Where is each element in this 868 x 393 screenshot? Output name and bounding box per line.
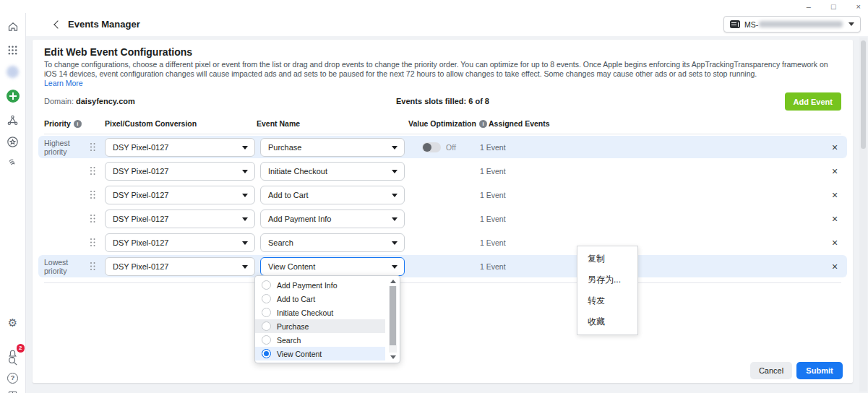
event-row-search: DSY Pixel-0127 Search 1 Event ×	[38, 231, 847, 254]
learn-more-link[interactable]: Learn More	[44, 79, 83, 87]
event-select-value: Search	[268, 238, 293, 247]
config-card: Edit Web Event Configurations To change …	[33, 40, 853, 383]
option-label: Add Payment Info	[277, 281, 337, 290]
window-minimize-icon[interactable]: –	[807, 1, 811, 12]
page-scrollbar[interactable]	[859, 38, 867, 392]
event-name-select[interactable]: Add to Cart	[260, 186, 405, 204]
chevron-down-icon	[242, 194, 248, 197]
info-icon[interactable]: i	[479, 120, 487, 128]
star-circle-icon[interactable]	[7, 135, 20, 148]
chevron-down-icon	[242, 146, 248, 150]
remove-row-button[interactable]: ×	[822, 237, 847, 249]
event-name-select[interactable]: Initiate Checkout	[260, 162, 405, 181]
event-name-select-open[interactable]: View Content	[260, 257, 405, 276]
value-optimization-toggle[interactable]	[422, 142, 441, 152]
pixel-select[interactable]: DSY Pixel-0127	[105, 257, 255, 276]
event-select-value: Add Payment Info	[268, 215, 331, 223]
option-label: Add to Cart	[277, 295, 315, 303]
radio-icon-selected	[262, 349, 271, 358]
chevron-down-icon	[392, 241, 398, 245]
pixel-select[interactable]: DSY Pixel-0127	[105, 210, 255, 228]
scroll-down-icon[interactable]	[390, 355, 396, 359]
chevron-down-icon	[242, 265, 248, 269]
event-name-select[interactable]: Search	[260, 233, 405, 252]
info-icon[interactable]: i	[74, 120, 82, 128]
home-icon[interactable]	[7, 20, 20, 33]
notification-badge: 2	[17, 344, 24, 353]
dropdown-option-initiate-checkout[interactable]: Initiate Checkout	[255, 306, 385, 319]
scroll-track[interactable]	[389, 286, 397, 353]
pixel-select-value: DSY Pixel-0127	[113, 262, 168, 271]
remove-row-button[interactable]: ×	[822, 189, 847, 201]
event-name-select[interactable]: Purchase	[260, 138, 405, 157]
header-assigned-events: Assigned Events	[489, 119, 550, 128]
pixel-select[interactable]: DSY Pixel-0127	[105, 138, 255, 157]
cancel-button[interactable]: Cancel	[750, 362, 792, 379]
pixel-select[interactable]: DSY Pixel-0127	[105, 233, 255, 252]
search-icon[interactable]	[7, 354, 20, 367]
option-label: Purchase	[277, 322, 309, 331]
pixel-select[interactable]: DSY Pixel-0127	[105, 186, 255, 204]
remove-row-button[interactable]: ×	[822, 213, 847, 225]
submit-button[interactable]: Submit	[796, 362, 843, 379]
app-window: – □ × ⚙ 2 ?	[0, 0, 868, 393]
add-event-button[interactable]: Add Event	[785, 92, 841, 111]
priority-label: Lowest priority	[44, 258, 90, 275]
pixel-select[interactable]: DSY Pixel-0127	[105, 162, 255, 181]
event-select-value: Purchase	[268, 143, 301, 152]
apps-grid-icon[interactable]	[7, 43, 20, 56]
context-menu-save-as[interactable]: 另存为...	[577, 269, 637, 290]
scroll-up-icon[interactable]	[390, 280, 396, 283]
radio-icon	[262, 321, 271, 331]
remove-row-button[interactable]: ×	[822, 142, 847, 153]
event-select-value: Add to Cart	[268, 191, 309, 199]
share-network-icon[interactable]	[7, 113, 20, 126]
create-plus-icon[interactable]	[7, 90, 20, 103]
pixel-select-value: DSY Pixel-0127	[113, 143, 168, 152]
help-icon[interactable]: ?	[7, 371, 20, 384]
account-selector[interactable]: MS-	[723, 16, 861, 33]
header-pixel: Pixel/Custom Conversion	[105, 119, 197, 128]
window-titlebar: – □ ×	[0, 0, 868, 13]
chevron-down-icon	[392, 194, 398, 197]
window-close-icon[interactable]: ×	[856, 1, 861, 12]
chevron-down-icon	[242, 241, 248, 245]
chevron-down-icon	[242, 217, 248, 221]
hands-icon[interactable]	[7, 155, 20, 168]
radio-icon	[262, 280, 271, 290]
pixel-select-value: DSY Pixel-0127	[113, 191, 168, 199]
dropdown-scrollbar[interactable]	[388, 278, 398, 360]
remove-row-button[interactable]: ×	[822, 261, 847, 272]
collapse-panel-icon[interactable]	[7, 388, 20, 393]
remove-row-button[interactable]: ×	[822, 165, 847, 177]
account-avatar-blurred[interactable]	[7, 65, 20, 78]
dropdown-option-search[interactable]: Search	[255, 333, 385, 347]
event-name-select[interactable]: Add Payment Info	[260, 210, 405, 228]
context-menu-forward[interactable]: 转发	[577, 290, 637, 311]
dropdown-option-add-payment-info[interactable]: Add Payment Info	[255, 278, 385, 292]
settings-gear-icon[interactable]: ⚙	[7, 316, 20, 329]
chevron-down-icon	[848, 22, 854, 26]
window-maximize-icon[interactable]: □	[831, 1, 836, 12]
context-menu-copy[interactable]: 复制	[577, 249, 637, 269]
option-label: View Content	[277, 350, 322, 358]
card-description: To change configurations, choose a diffe…	[44, 60, 841, 78]
scroll-thumb[interactable]	[390, 286, 396, 345]
context-menu-favorite[interactable]: 收藏	[577, 311, 637, 332]
pixel-select-value: DSY Pixel-0127	[113, 167, 168, 176]
back-button[interactable]	[52, 20, 62, 30]
context-menu: 复制 另存为... 转发 收藏	[577, 246, 638, 335]
scrollbar-thumb[interactable]	[861, 40, 866, 149]
left-sidebar: ⚙ 2 ?	[0, 13, 26, 393]
option-label: Search	[277, 336, 301, 345]
assigned-events-value: 1 Event	[467, 215, 822, 223]
slots-filled-label: Events slots filled: 6 of 8	[44, 97, 841, 105]
account-name-redacted	[759, 21, 843, 27]
assigned-events-value: 1 Event	[467, 262, 822, 271]
dropdown-option-add-to-cart[interactable]: Add to Cart	[255, 292, 385, 306]
event-row-view-content: Lowest priority DSY Pixel-0127 View Cont…	[38, 255, 847, 277]
dropdown-option-view-content[interactable]: View Content	[255, 347, 385, 360]
chevron-down-icon	[392, 265, 398, 269]
dropdown-option-purchase[interactable]: Purchase	[255, 319, 385, 333]
priority-label: Highest priority	[44, 139, 90, 156]
